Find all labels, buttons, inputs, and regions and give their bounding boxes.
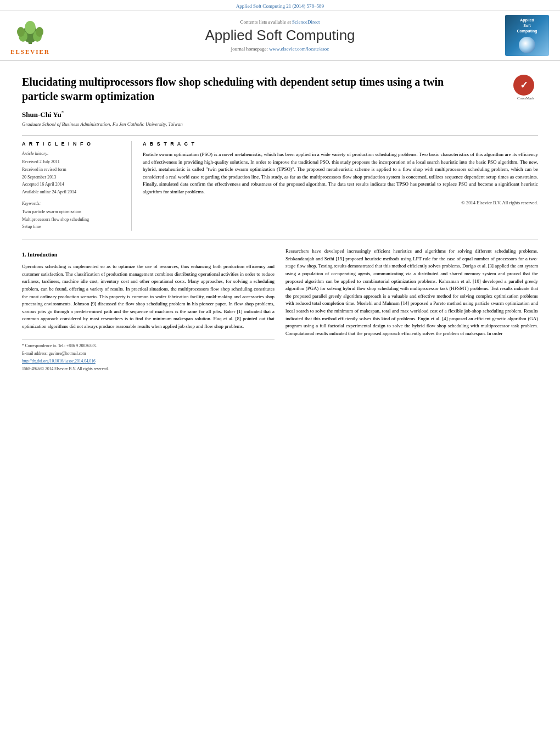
journal-logo-circle [519,37,535,53]
homepage-label: journal homepage: www.elsevier.com/locat… [66,46,494,52]
intro-right-paragraph: Researchers have developed increasingly … [285,248,538,338]
copyright-line: © 2014 Elsevier B.V. All rights reserved… [143,200,538,205]
abstract-text: Particle swarm optimization (PSO) is a n… [143,151,538,196]
history-label: Article history: [22,151,123,156]
article-meta-section: A R T I C L E I N F O Article history: R… [22,135,538,231]
article-history: Received 2 July 2011 Received in revised… [22,158,123,196]
journal-header: ELSEVIER Contents lists available at Sci… [0,10,560,61]
journal-center: Contents lists available at ScienceDirec… [55,19,505,52]
keywords-list: Twin particle swarm optimization Multipr… [22,208,123,231]
footer-email: E-mail address: gavinee@hotmail.com [22,350,275,356]
svg-point-6 [36,27,43,37]
received-revised-label: Received in revised form [22,166,123,174]
received-date: Received 2 July 2011 [22,158,123,166]
citation-bar: Applied Soft Computing 21 (2014) 578–589 [0,0,560,10]
accepted-date: Accepted 16 April 2014 [22,181,123,188]
elsevier-logo: ELSEVIER [5,16,55,55]
main-content: Elucidating multiprocessors flow shop sc… [0,61,560,380]
homepage-link[interactable]: www.elsevier.com/locate/asoc [269,46,329,52]
body-right-column: Researchers have developed increasingly … [285,248,538,374]
received-revised-date: 20 September 2013 [22,174,123,181]
journal-title: Applied Soft Computing [66,27,494,44]
footer-issn: 1568-4946/© 2014 Elsevier B.V. All right… [22,366,275,372]
sciencedirect-link[interactable]: ScienceDirect [292,19,320,25]
elsevier-tree-icon [11,16,49,47]
intro-section-title: 1. Introduction [22,250,275,259]
page-wrapper: Applied Soft Computing 21 (2014) 578–589… [0,0,560,742]
elsevier-wordmark: ELSEVIER [10,48,50,55]
article-title: Elucidating multiprocessors flow shop sc… [22,75,505,103]
keyword-1: Twin particle swarm optimization [22,208,123,216]
article-info-column: A R T I C L E I N F O Article history: R… [22,141,132,231]
citation-text: Applied Soft Computing 21 (2014) 578–589 [236,3,324,9]
sciencedirect-label: Contents lists available at ScienceDirec… [66,19,494,25]
footer-correspondence: * Correspondence to. Tel.: +886 9 200263… [22,343,275,349]
crossmark-label: CrossMark [513,96,538,101]
keywords-label: Keywords: [22,201,123,206]
abstract-column: A B S T R A C T Particle swarm optimizat… [143,141,538,231]
available-date: Available online 24 April 2014 [22,188,123,196]
svg-point-5 [17,27,25,37]
affiliation: Graduate School of Business Administrati… [22,121,538,127]
journal-logo-text: Applied Soft Computing [517,18,537,34]
author-sup: * [61,110,64,115]
intro-left-paragraph: Operations scheduling is implemented so … [22,263,275,331]
author-section: Shun-Chi Yu* [22,110,538,119]
crossmark-badge: ✓ CrossMark [513,75,538,99]
footer-doi: http://dx.doi.org/10.1016/j.asoc.2014.04… [22,358,275,364]
abstract-heading: A B S T R A C T [143,141,538,147]
journal-logo-box: Applied Soft Computing [505,15,549,56]
doi-link[interactable]: http://dx.doi.org/10.1016/j.asoc.2014.04… [22,359,96,364]
footer-area: * Correspondence to. Tel.: +886 9 200263… [22,339,275,372]
section-divider [22,239,538,239]
author-name: Shun-Chi Yu [22,110,61,119]
body-left-column: 1. Introduction Operations scheduling is… [22,248,275,374]
keyword-2: Multiprocessors flow shop scheduling [22,216,123,224]
keyword-3: Setup time [22,223,123,231]
crossmark-circle: ✓ [513,75,534,96]
body-content: 1. Introduction Operations scheduling is… [22,245,538,374]
article-info-heading: A R T I C L E I N F O [22,141,123,147]
crossmark-icon: ✓ [520,79,528,91]
svg-point-4 [25,21,36,34]
